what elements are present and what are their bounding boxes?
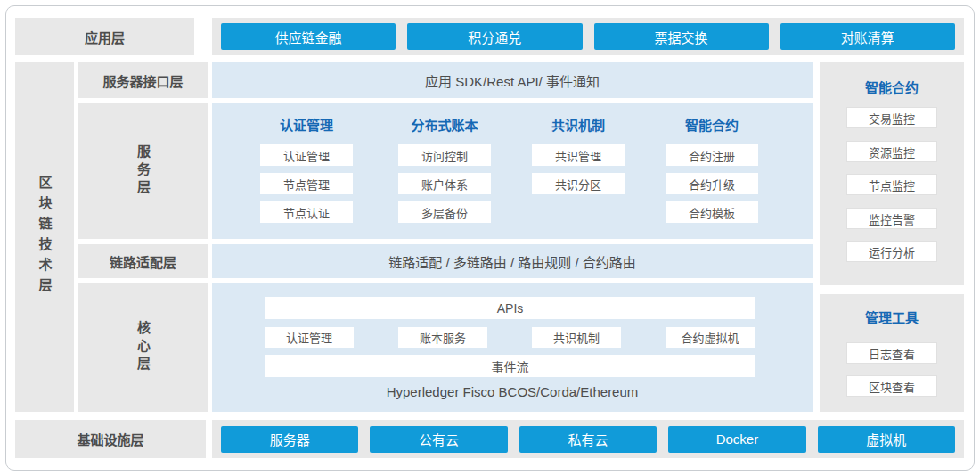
service-layer-label-box: 服务层 <box>78 103 208 239</box>
service-layer-panel: 认证管理 认证管理 节点管理 节点认证 分布式账本 访问控制 账户体系 多层备份… <box>212 103 813 239</box>
server-interface-content: 应用 SDK/Rest API/ 事件通知 <box>212 62 813 98</box>
architecture-diagram: 应用层 供应链金融 积分通兑 票据交换 对账清算 区块链技术层 服务器接口层 服… <box>0 0 980 476</box>
service-layer-label: 服务层 <box>134 144 152 198</box>
service-item: 认证管理 <box>260 144 353 166</box>
monitor-item: 监控告警 <box>846 208 937 229</box>
monitor-panel: 智能合约 交易监控 资源监控 节点监控 监控告警 运行分析 <box>820 62 964 285</box>
apis-bar: APIs <box>265 297 755 319</box>
core-layer-panel: APIs 认证管理 账本服务 共识机制 合约虚拟机 事件流 Hyperledge… <box>212 283 813 412</box>
core-module: 账本服务 <box>398 327 487 348</box>
monitor-item: 节点监控 <box>846 174 937 195</box>
blockchain-tech-layer-label-box: 区块链技术层 <box>15 62 74 412</box>
infra-button-public-cloud: 公有云 <box>370 426 507 453</box>
service-item: 合约模板 <box>666 201 758 223</box>
tools-panel-header: 管理工具 <box>820 307 964 326</box>
service-item: 共识管理 <box>532 144 625 166</box>
service-item: 访问控制 <box>398 144 491 166</box>
core-module: 认证管理 <box>265 327 354 348</box>
event-stream-bar: 事件流 <box>265 355 755 377</box>
service-item: 节点管理 <box>260 173 353 194</box>
service-item: 节点认证 <box>260 201 353 223</box>
monitor-panel-header: 智能合约 <box>820 77 964 96</box>
infra-button-server: 服务器 <box>221 426 358 453</box>
service-item: 合约注册 <box>666 144 758 166</box>
infra-layer-label: 基础设施层 <box>15 420 206 458</box>
tools-item: 区块查看 <box>846 375 937 397</box>
tools-item: 日志查看 <box>846 342 937 364</box>
service-item: 多层备份 <box>398 201 491 223</box>
app-button-bill-exchange: 票据交换 <box>594 23 769 50</box>
service-item: 共识分区 <box>532 173 625 194</box>
service-col-smart-contract-header: 智能合约 <box>666 116 758 132</box>
server-interface-layer-label: 服务器接口层 <box>78 62 208 98</box>
infra-button-docker: Docker <box>668 426 805 453</box>
infra-button-private-cloud: 私有云 <box>519 426 657 453</box>
infra-layer-button-strip: 服务器 公有云 私有云 Docker 虚拟机 <box>212 420 964 458</box>
monitor-item: 运行分析 <box>846 241 937 262</box>
infra-button-vm: 虚拟机 <box>818 426 955 453</box>
app-layer-label: 应用层 <box>15 18 194 55</box>
core-module: 合约虚拟机 <box>666 327 755 348</box>
platforms-text: Hyperledger Fisco BCOS/Corda/Ethereum <box>212 382 813 401</box>
blockchain-tech-layer-label: 区块链技术层 <box>36 176 54 299</box>
tools-panel: 管理工具 日志查看 区块查看 <box>820 294 964 412</box>
app-button-points-exchange: 积分通兑 <box>407 23 582 50</box>
app-layer-button-strip: 供应链金融 积分通兑 票据交换 对账清算 <box>212 18 964 55</box>
link-adaptation-layer-label: 链路适配层 <box>78 244 208 278</box>
service-item: 合约升级 <box>666 173 758 194</box>
app-button-supply-chain-finance: 供应链金融 <box>221 23 396 50</box>
service-item: 账户体系 <box>398 173 491 194</box>
service-col-ledger-header: 分布式账本 <box>398 116 491 132</box>
core-layer-label-box: 核心层 <box>78 283 208 412</box>
monitor-item: 交易监控 <box>846 107 937 128</box>
service-col-consensus-header: 共识机制 <box>532 116 625 132</box>
monitor-item: 资源监控 <box>846 141 937 162</box>
link-adaptation-content: 链路适配 / 多链路由 / 路由规则 / 合约路由 <box>212 244 813 278</box>
core-module: 共识机制 <box>532 327 621 348</box>
core-layer-label: 核心层 <box>134 321 152 374</box>
app-button-reconciliation-clearing: 对账清算 <box>780 23 955 50</box>
service-col-auth-header: 认证管理 <box>260 116 353 132</box>
